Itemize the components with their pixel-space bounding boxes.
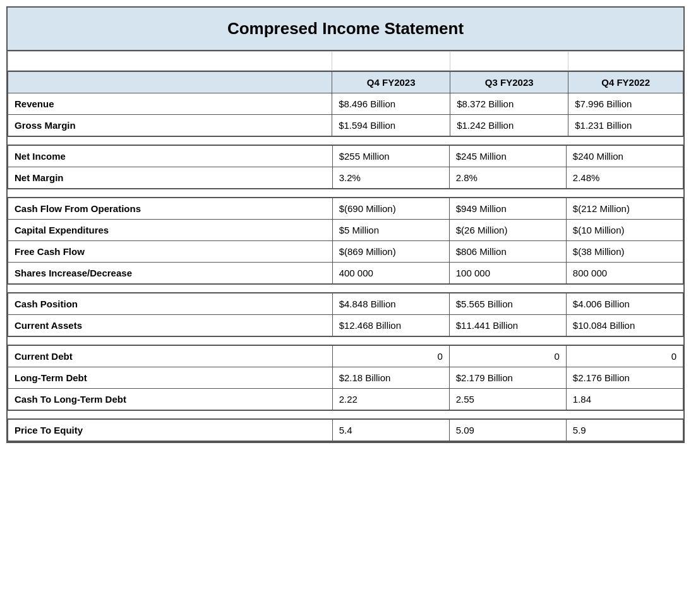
gross-margin-row: Gross Margin $1.594 Billion $1.242 Billi… [8, 115, 683, 137]
price-to-equity-row: Price To Equity 5.4 5.09 5.9 [8, 419, 683, 441]
price-to-equity-q4-2023: 5.4 [332, 419, 449, 441]
cash-flow-ops-q3-2023: $949 Million [449, 198, 566, 220]
free-cash-flow-q4-2023: $(869 Million) [332, 241, 449, 263]
free-cash-flow-q3-2023: $806 Million [449, 241, 566, 263]
long-term-debt-q4-2023: $2.18 Billion [332, 367, 449, 389]
cash-flow-ops-label: Cash Flow From Operations [8, 198, 333, 220]
current-debt-q3-2023: 0 [449, 345, 566, 367]
section2-table: Net Income $255 Million $245 Million $24… [8, 145, 683, 189]
gap1 [8, 137, 683, 145]
gross-margin-q3-2023: $1.242 Billion [450, 115, 568, 137]
long-term-debt-q4-2022: $2.176 Billion [566, 367, 683, 389]
gap5 [8, 411, 683, 418]
section4-table: Cash Position $4.848 Billion $5.565 Bill… [8, 292, 683, 337]
revenue-q4-2022: $7.996 Billion [568, 93, 683, 115]
net-margin-row: Net Margin 3.2% 2.8% 2.48% [8, 167, 683, 189]
section1-table: Q4 FY2023 Q3 FY2023 Q4 FY2022 Revenue $8… [8, 71, 683, 137]
long-term-debt-row: Long-Term Debt $2.18 Billion $2.179 Bill… [8, 367, 683, 389]
shares-q4-2022: 800 000 [566, 263, 683, 285]
free-cash-flow-q4-2022: $(38 Million) [566, 241, 683, 263]
cash-position-q4-2023: $4.848 Billion [332, 293, 449, 315]
cash-flow-ops-q4-2022: $(212 Million) [566, 198, 683, 220]
net-income-q4-2022: $240 Million [566, 145, 683, 167]
current-debt-q4-2023: 0 [332, 345, 449, 367]
cash-to-ltd-q3-2023: 2.55 [449, 389, 566, 411]
current-debt-row: Current Debt 0 0 0 [8, 345, 683, 367]
cash-to-ltd-q4-2022: 1.84 [566, 389, 683, 411]
revenue-q4-2023: $8.496 Billion [332, 93, 450, 115]
cash-position-row: Cash Position $4.848 Billion $5.565 Bill… [8, 293, 683, 315]
shares-label: Shares Increase/Decrease [8, 263, 333, 285]
long-term-debt-q3-2023: $2.179 Billion [449, 367, 566, 389]
current-assets-label: Current Assets [8, 315, 333, 337]
capex-q3-2023: $(26 Million) [449, 220, 566, 241]
net-income-q3-2023: $245 Million [449, 145, 566, 167]
net-income-q4-2023: $255 Million [332, 145, 449, 167]
gross-margin-q4-2023: $1.594 Billion [332, 115, 450, 137]
gap4 [8, 337, 683, 345]
current-assets-row: Current Assets $12.468 Billion $11.441 B… [8, 315, 683, 337]
current-assets-q4-2022: $10.084 Billion [566, 315, 683, 337]
spacer-top [8, 51, 683, 71]
net-margin-q4-2022: 2.48% [566, 167, 683, 189]
section3-table: Cash Flow From Operations $(690 Million)… [8, 197, 683, 285]
cash-flow-ops-q4-2023: $(690 Million) [332, 198, 449, 220]
net-margin-q3-2023: 2.8% [449, 167, 566, 189]
capex-q4-2022: $(10 Million) [566, 220, 683, 241]
header-q3-2023: Q3 FY2023 [450, 71, 568, 93]
gross-margin-q4-2022: $1.231 Billion [568, 115, 683, 137]
revenue-row: Revenue $8.496 Billion $8.372 Billion $7… [8, 93, 683, 115]
cash-to-ltd-q4-2023: 2.22 [332, 389, 449, 411]
page-header: Compresed Income Statement [8, 8, 683, 51]
revenue-label: Revenue [8, 93, 332, 115]
gap3 [8, 285, 683, 292]
shares-q4-2023: 400 000 [332, 263, 449, 285]
price-to-equity-q3-2023: 5.09 [449, 419, 566, 441]
price-to-equity-q4-2022: 5.9 [566, 419, 683, 441]
page-title: Compresed Income Statement [14, 19, 677, 38]
revenue-q3-2023: $8.372 Billion [450, 93, 568, 115]
capex-label: Capital Expenditures [8, 220, 333, 241]
net-margin-label: Net Margin [8, 167, 333, 189]
header-q4-2022: Q4 FY2022 [568, 71, 683, 93]
capex-row: Capital Expenditures $5 Million $(26 Mil… [8, 220, 683, 241]
current-debt-label: Current Debt [8, 345, 333, 367]
long-term-debt-label: Long-Term Debt [8, 367, 333, 389]
cash-to-ltd-row: Cash To Long-Term Debt 2.22 2.55 1.84 [8, 389, 683, 411]
net-income-row: Net Income $255 Million $245 Million $24… [8, 145, 683, 167]
free-cash-flow-row: Free Cash Flow $(869 Million) $806 Milli… [8, 241, 683, 263]
header-q4-2023: Q4 FY2023 [332, 71, 450, 93]
cash-position-q3-2023: $5.565 Billion [449, 293, 566, 315]
net-margin-q4-2023: 3.2% [332, 167, 449, 189]
capex-q4-2023: $5 Million [332, 220, 449, 241]
shares-row: Shares Increase/Decrease 400 000 100 000… [8, 263, 683, 285]
net-income-label: Net Income [8, 145, 333, 167]
section6-table: Price To Equity 5.4 5.09 5.9 [8, 418, 683, 442]
shares-q3-2023: 100 000 [449, 263, 566, 285]
gap2 [8, 189, 683, 197]
header-label [8, 71, 332, 93]
free-cash-flow-label: Free Cash Flow [8, 241, 333, 263]
cash-flow-ops-row: Cash Flow From Operations $(690 Million)… [8, 198, 683, 220]
current-assets-q4-2023: $12.468 Billion [332, 315, 449, 337]
current-debt-q4-2022: 0 [566, 345, 683, 367]
gross-margin-label: Gross Margin [8, 115, 332, 137]
cash-to-ltd-label: Cash To Long-Term Debt [8, 389, 333, 411]
cash-position-label: Cash Position [8, 293, 333, 315]
section5-table: Current Debt 0 0 0 Long-Term Debt $2.18 … [8, 345, 683, 411]
price-to-equity-label: Price To Equity [8, 419, 333, 441]
current-assets-q3-2023: $11.441 Billion [449, 315, 566, 337]
cash-position-q4-2022: $4.006 Billion [566, 293, 683, 315]
page-wrapper: Compresed Income Statement Q4 FY2023 Q3 … [6, 6, 685, 443]
